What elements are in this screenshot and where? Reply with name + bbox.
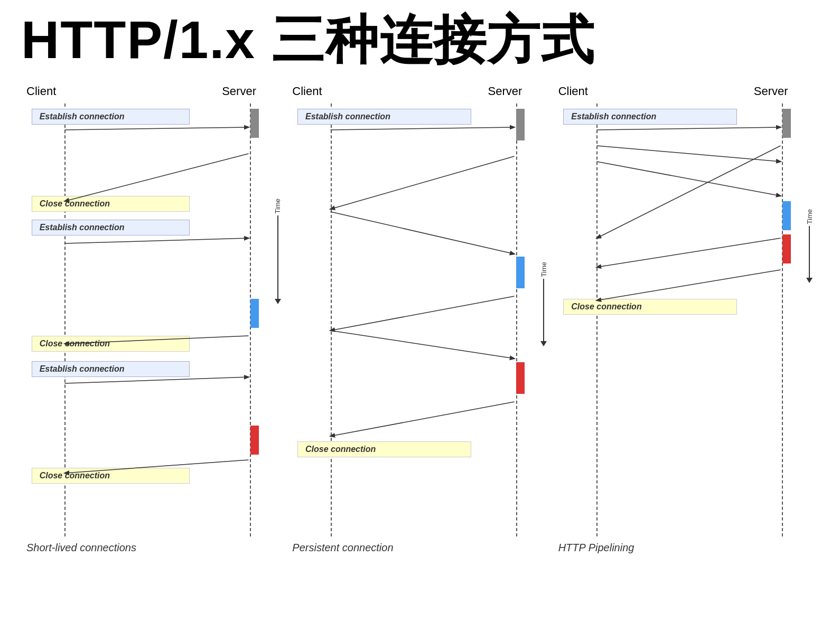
block-gray-1 <box>250 109 259 138</box>
diagram-headers-1: Client Server <box>26 84 282 98</box>
diagram-headers-3: Client Server <box>558 84 814 98</box>
establish-1-1: Establish connection <box>32 109 190 125</box>
close-1-1: Close connection <box>32 196 190 212</box>
client-label-3: Client <box>558 84 673 98</box>
server-label-1: Server <box>141 84 256 98</box>
page-title: HTTP/1.x 三种连接方式 <box>21 11 819 69</box>
diagram-area-1: Establish connection Close connection Es… <box>26 103 282 536</box>
svg-line-2 <box>64 238 248 243</box>
svg-line-9 <box>331 296 515 331</box>
block-gray-2 <box>516 109 525 140</box>
caption-2: Persistent connection <box>292 542 393 554</box>
block-blue-1 <box>250 299 259 328</box>
client-label-2: Client <box>292 84 407 98</box>
caption-3: HTTP Pipelining <box>558 542 634 554</box>
svg-line-13 <box>596 146 780 162</box>
svg-line-1 <box>64 154 248 201</box>
establish-2-1: Establish connection <box>297 109 471 125</box>
diagram-short-lived: Client Server Establish connection Close… <box>21 84 287 554</box>
block-blue-2 <box>516 257 525 288</box>
svg-line-16 <box>596 238 780 267</box>
svg-line-10 <box>331 331 515 359</box>
server-label-3: Server <box>673 84 788 98</box>
block-red-1 <box>250 426 259 455</box>
svg-line-4 <box>64 377 248 383</box>
establish-1-3: Establish connection <box>32 361 190 377</box>
diagram-pipelining: Client Server Establish connection Close… <box>553 84 819 554</box>
client-vline-3 <box>596 103 598 536</box>
close-3-1: Close connection <box>563 299 737 315</box>
diagrams-row: Client Server Establish connection Close… <box>21 84 819 554</box>
svg-line-15 <box>596 146 780 238</box>
client-vline-2 <box>331 103 332 536</box>
time-label-1: Time <box>274 199 282 304</box>
block-red-3 <box>782 234 791 263</box>
svg-line-6 <box>331 127 515 130</box>
time-label-3: Time <box>806 209 814 283</box>
close-1-3: Close connection <box>32 468 190 484</box>
close-1-2: Close connection <box>32 336 190 352</box>
block-blue-3 <box>782 201 791 230</box>
server-vline-3 <box>782 103 783 536</box>
time-label-2: Time <box>540 262 548 346</box>
client-label-1: Client <box>26 84 141 98</box>
diagram-persistent: Client Server Establish connection Close… <box>287 84 553 554</box>
diagram-headers-2: Client Server <box>292 84 547 98</box>
establish-3-1: Establish connection <box>563 109 737 125</box>
svg-line-17 <box>596 270 780 300</box>
server-label-2: Server <box>407 84 522 98</box>
close-2-1: Close connection <box>297 441 471 457</box>
svg-line-0 <box>64 127 248 130</box>
svg-line-7 <box>331 156 515 209</box>
establish-1-2: Establish connection <box>32 220 190 235</box>
block-gray-3 <box>782 109 791 138</box>
diagram-area-2: Establish connection Close connection Ti… <box>292 103 547 536</box>
svg-line-11 <box>331 402 515 436</box>
server-vline-2 <box>516 103 517 536</box>
diagram-area-3: Establish connection Close connection Ti… <box>558 103 814 536</box>
svg-line-12 <box>596 127 780 130</box>
block-red-2 <box>516 362 525 394</box>
svg-line-8 <box>331 212 515 254</box>
caption-1: Short-lived connections <box>26 542 136 554</box>
svg-line-14 <box>596 162 780 196</box>
